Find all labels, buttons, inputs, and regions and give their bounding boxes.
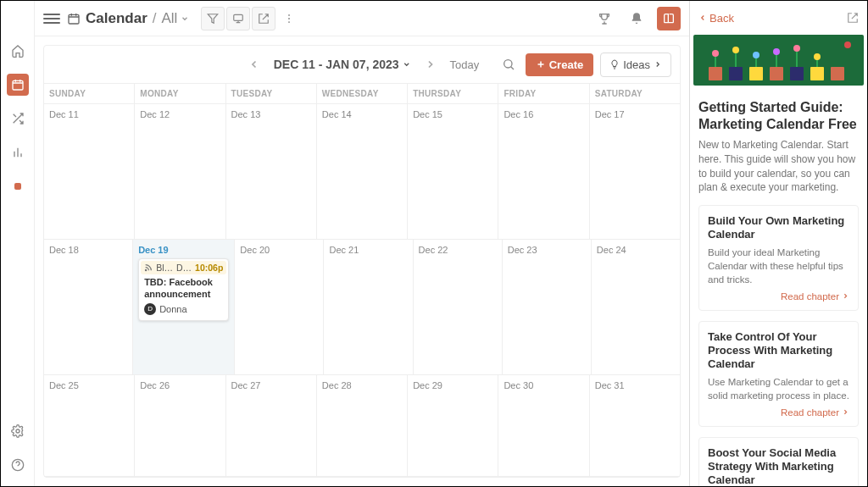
svg-rect-0 [13, 80, 23, 90]
avatar: D [144, 303, 156, 315]
calendar-icon [67, 12, 81, 25]
calendar-cell[interactable]: Dec 18 [44, 240, 133, 374]
svg-rect-3 [69, 14, 79, 24]
svg-rect-4 [234, 14, 243, 20]
rss-icon [144, 263, 153, 272]
help-top: Back [690, 1, 867, 35]
date-range[interactable]: DEC 11 - JAN 07, 2023 [274, 58, 411, 71]
day-header: THURSDAY [408, 84, 498, 103]
next-arrow-icon[interactable] [421, 55, 440, 74]
calendar-cell[interactable]: Dec 29 [408, 375, 498, 476]
event-owner: D Donna [144, 303, 223, 315]
event-card[interactable]: Bl… D… 10:06p TBD: Facebook announcement… [138, 258, 229, 321]
guide-card[interactable]: Build Your Own Marketing Calendar Build … [698, 205, 859, 311]
filter-button[interactable] [201, 7, 225, 30]
calendar-cell[interactable]: Dec 28 [317, 375, 408, 476]
calendar-week-row: Dec 25 Dec 26 Dec 27 Dec 28 Dec 29 Dec 3… [44, 375, 680, 477]
nav-marker-icon[interactable] [7, 175, 29, 197]
menu-toggle-icon[interactable] [43, 11, 60, 26]
prev-arrow-icon[interactable] [245, 55, 264, 74]
nav-home-icon[interactable] [7, 40, 29, 62]
svg-point-9 [146, 269, 147, 270]
calendar-cell[interactable]: Dec 14 [317, 104, 408, 239]
svg-point-1 [16, 429, 19, 433]
nav-settings-icon[interactable] [7, 420, 29, 442]
top-bar: Calendar / All [35, 1, 689, 36]
calendar-cell[interactable]: Dec 11 [44, 104, 135, 239]
help-title: Getting Started Guide: Marketing Calenda… [698, 99, 859, 133]
calendar-cell[interactable]: Dec 24 [592, 240, 680, 374]
guide-card-title: Build Your Own Marketing Calendar [708, 214, 849, 242]
external-link-icon[interactable] [847, 12, 859, 24]
calendar-cell[interactable]: Dec 12 [135, 104, 225, 239]
calendar-cell[interactable]: Dec 26 [135, 375, 225, 476]
calendar-week-row: Dec 11 Dec 12 Dec 13 Dec 14 Dec 15 Dec 1… [44, 104, 680, 240]
calendar-cell[interactable]: Dec 30 [498, 375, 589, 476]
calendar-cell[interactable]: Dec 25 [44, 375, 135, 476]
event-title: TBD: Facebook announcement [144, 277, 223, 301]
svg-point-7 [288, 21, 290, 23]
achievements-icon[interactable] [593, 7, 616, 30]
chevron-right-icon [654, 60, 662, 69]
calendar-cell[interactable]: Dec 17 [590, 104, 680, 239]
back-button[interactable]: Back [698, 12, 734, 25]
guide-card[interactable]: Boost Your Social Media Strategy With Ma… [698, 437, 859, 486]
calendar-cell[interactable]: Dec 13 [226, 104, 317, 239]
main-column: Calendar / All [35, 1, 689, 486]
event-tag: Bl… D… 10:06p [141, 261, 226, 274]
calendar-cell[interactable]: Dec 31 [590, 375, 680, 476]
day-header: WEDNESDAY [317, 84, 408, 103]
calendar-cell[interactable]: Dec 15 [408, 104, 498, 239]
nav-analytics-icon[interactable] [7, 141, 29, 163]
calendar-panel: DEC 11 - JAN 07, 2023 Today Create Ideas [43, 45, 681, 478]
nav-shuffle-icon[interactable] [7, 108, 29, 130]
notifications-icon[interactable] [625, 7, 648, 30]
breadcrumb-title: Calendar [86, 10, 147, 27]
breadcrumb-filter[interactable]: All [161, 10, 189, 27]
calendar-wrapper: DEC 11 - JAN 07, 2023 Today Create Ideas [35, 36, 689, 486]
help-description: New to Marketing Calendar. Start here. T… [698, 138, 859, 195]
search-icon[interactable] [498, 54, 519, 75]
calendar-cell[interactable]: Dec 22 [414, 240, 503, 374]
day-header: SATURDAY [590, 84, 680, 103]
chevron-down-icon [403, 60, 411, 69]
topbar-right [593, 7, 681, 30]
guide-card-body: Use Marketing Calendar to get a solid ma… [708, 375, 849, 402]
day-header: TUESDAY [226, 84, 317, 103]
guide-icon[interactable] [657, 7, 681, 30]
nav-help-icon[interactable] [7, 454, 29, 476]
nav-calendar-icon[interactable] [7, 74, 29, 96]
create-button[interactable]: Create [526, 53, 593, 76]
calendar-day-headers: SUNDAY MONDAY TUESDAY WEDNESDAY THURSDAY… [44, 83, 680, 104]
svg-point-6 [288, 18, 290, 19]
calendar-cell[interactable]: Dec 27 [226, 375, 317, 476]
calendar-cell[interactable]: Dec 21 [324, 240, 413, 374]
guide-card-body: Build your ideal Marketing Calendar with… [708, 246, 849, 286]
more-button[interactable] [277, 7, 301, 30]
calendar-cell[interactable]: Dec 20 [235, 240, 324, 374]
guide-card[interactable]: Take Control Of Your Process With Market… [698, 321, 859, 427]
calendar-cell[interactable]: Dec 19 Bl… D… 10:06p TBD: Facebook annou… [133, 240, 235, 374]
calendar-cell[interactable]: Dec 16 [498, 104, 589, 239]
guide-card-title: Take Control Of Your Process With Market… [708, 330, 849, 372]
day-header: MONDAY [135, 84, 225, 103]
today-button[interactable]: Today [450, 58, 480, 71]
view-tools [201, 7, 301, 30]
chevron-down-icon [181, 14, 189, 23]
ideas-button[interactable]: Ideas [600, 53, 671, 77]
svg-point-8 [504, 60, 511, 68]
help-panel: Back Getting Started Guide: Marketing Ca… [689, 1, 867, 486]
display-button[interactable] [226, 7, 250, 30]
calendar-cell[interactable]: Dec 23 [503, 240, 592, 374]
help-body[interactable]: Getting Started Guide: Marketing Calenda… [690, 86, 867, 486]
help-hero-image [693, 35, 864, 86]
calendar-week-row: Dec 18 Dec 19 Bl… D… 10:06p TBD: Faceboo… [44, 240, 680, 375]
calendar-body[interactable]: Dec 11 Dec 12 Dec 13 Dec 14 Dec 15 Dec 1… [44, 104, 680, 477]
chevron-left-icon [698, 14, 707, 22]
guide-card-title: Boost Your Social Media Strategy With Ma… [708, 446, 849, 486]
breadcrumb: Calendar / All [67, 10, 189, 27]
left-nav-rail [1, 1, 35, 486]
read-chapter-link[interactable]: Read chapter [708, 407, 849, 418]
read-chapter-link[interactable]: Read chapter [708, 291, 849, 302]
share-button[interactable] [252, 7, 275, 30]
